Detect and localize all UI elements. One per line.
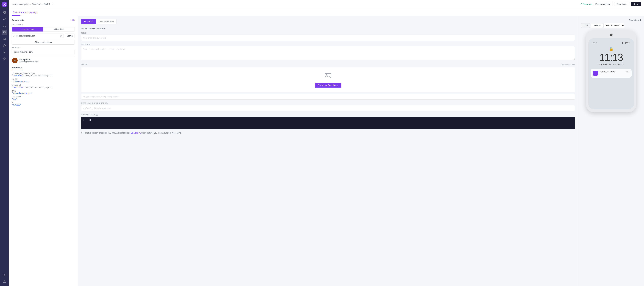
clear-email-button[interactable]: Clear email address [12, 40, 75, 45]
svg-rect-5 [3, 13, 4, 14]
sample-data-title: Sample data [12, 19, 24, 21]
message-textarea[interactable] [81, 46, 575, 60]
phone-mockup: 11:13 ▐▐▐ ≋ ▬ 🔒 11:13 Wednesday, October… [586, 30, 636, 112]
search-by-label: SEARCH BY [12, 24, 75, 26]
main-row: Sample data Hide SEARCH BY email address… [9, 16, 644, 286]
sidebar-icon-activity[interactable] [2, 49, 7, 55]
svg-point-11 [4, 275, 5, 275]
image-placeholder-icon [84, 72, 572, 81]
breadcrumb-sep-1: › [30, 3, 31, 5]
breadcrumb-workflow[interactable]: Workflow [32, 3, 40, 5]
title-field-section: TITLE [81, 32, 575, 41]
phone-time-large: 11:13 [591, 52, 632, 62]
no-errors-status: ✓ No errors [580, 3, 592, 6]
signal-icon: ▐▐▐ [622, 42, 626, 44]
message-field-section: MESSAGE [81, 43, 575, 61]
preview-tabs: iOS Android iOS Lock Screen [581, 23, 641, 28]
breadcrumb: example campaign › Workflow › Push 1 ✏ [12, 3, 54, 5]
tab-custom-payload[interactable]: Custom Payload [96, 19, 116, 24]
image-label-row: IMAGE Max file size 1 MB [81, 63, 575, 66]
characters-count: 0 [640, 19, 641, 21]
tab-content[interactable]: Content [12, 9, 20, 16]
tab-rich-push[interactable]: Rich Push [81, 19, 96, 24]
add-image-button[interactable]: Add image from library [314, 83, 342, 88]
phone-date: Wednesday, October 27 [591, 63, 632, 66]
user-avatar: P [12, 58, 18, 63]
attr-created-at: created_at "1657053571" Jul 5, 2022 at 1… [12, 84, 75, 88]
preview-view-select[interactable]: iOS Lock Screen [604, 23, 624, 28]
let-us-know-link[interactable]: Let us know [131, 132, 141, 134]
search-input[interactable] [12, 34, 64, 38]
phone-status-bar: 11:13 ▐▐▐ ≋ ▬ [591, 41, 632, 44]
add-language-label: + Add language [23, 11, 37, 14]
notif-content: YOUR APP NAME now ... [600, 71, 630, 75]
results-label: RESULTS [12, 47, 75, 48]
breadcrumb-sep-2: › [42, 3, 42, 5]
custom-data-help-icon[interactable]: ? [96, 113, 98, 116]
results-select[interactable]: person@example.com [12, 50, 75, 54]
title-label: TITLE [81, 32, 575, 34]
native-support-text: Need native support for specific iOS and… [81, 132, 575, 134]
search-help-icon[interactable]: ? [60, 35, 62, 37]
preview-tab-ios[interactable]: iOS [581, 23, 590, 28]
phone-time-small: 11:13 [592, 42, 597, 44]
custom-data-label: CUSTOM DATA ? [81, 113, 575, 116]
preview-payload-button[interactable]: Preview payload [593, 2, 613, 6]
to-devices[interactable]: All customer devices ▾ [85, 27, 105, 30]
phone-screen: 11:13 ▐▐▐ ≋ ▬ 🔒 11:13 Wednesday, October… [588, 38, 634, 109]
attr-email: email "person@example.com" [12, 90, 75, 94]
attr-id: id "8675309" [12, 101, 75, 106]
check-circle-icon: ✓ [580, 3, 582, 6]
top-bar: example campaign › Workflow › Push 1 ✏ ✓… [9, 0, 644, 8]
search-row: ⌕ ? Search [12, 34, 75, 38]
attr-first-name: first_name "cool" [12, 96, 75, 100]
deep-link-input[interactable] [81, 105, 575, 111]
sidebar-icon-messages[interactable] [2, 36, 7, 42]
svg-rect-6 [4, 13, 6, 14]
sidebar-icon-dashboard[interactable] [2, 10, 7, 16]
main-tab-row: Content + + Add language [9, 8, 644, 16]
sample-panel-header: Sample data Hide [12, 19, 75, 21]
tab-email-address[interactable]: email address [12, 27, 44, 32]
image-upload-box[interactable]: Add image from library [81, 67, 575, 92]
image-max-size: Max file size 1 MB [561, 64, 575, 66]
sidebar-icon-people[interactable] [2, 23, 7, 29]
breadcrumb-campaign[interactable]: example campaign [12, 3, 29, 5]
title-input[interactable] [81, 35, 575, 41]
send-test-button[interactable]: Send test... [614, 2, 630, 6]
hide-link[interactable]: Hide [71, 19, 75, 21]
add-language-button[interactable]: + + Add language [20, 10, 38, 16]
user-info: cool person person@example.com [20, 58, 38, 63]
notif-app-name: YOUR APP NAME [600, 71, 616, 73]
custom-data-editor[interactable]: 1 {} [81, 117, 575, 129]
svg-point-10 [4, 45, 5, 46]
tab-adding-filters[interactable]: adding filters [44, 27, 75, 32]
search-input-wrap: ⌕ ? [12, 34, 64, 38]
app-logo[interactable] [2, 2, 7, 7]
sidebar-icon-integrations[interactable] [2, 56, 7, 62]
sidebar-icon-lab[interactable] [2, 279, 7, 284]
attributes-title: Attributes [12, 66, 22, 70]
sidebar-icon-campaigns[interactable] [2, 30, 7, 35]
image-url-input[interactable] [81, 94, 575, 99]
to-label: TO [81, 28, 84, 30]
sidebar-icon-settings[interactable] [2, 272, 7, 278]
notif-header: YOUR APP NAME now [600, 71, 630, 73]
deep-link-help-icon[interactable]: ? [105, 102, 108, 104]
done-button[interactable]: Done [631, 2, 641, 6]
deep-link-label: DEEP LINK OR WEB URL ? [81, 102, 575, 104]
user-name: cool person [20, 58, 38, 61]
sidebar-icon-segments[interactable] [2, 43, 7, 49]
sidebar-icon-analytics[interactable] [2, 16, 7, 22]
preview-tab-android[interactable]: Android [591, 23, 603, 28]
chevron-down-icon: ▾ [104, 27, 105, 30]
wifi-icon: ≋ [626, 41, 628, 44]
code-line-1: 1 {} [83, 119, 573, 121]
header-actions: ✓ No errors Preview payload Send test...… [580, 2, 641, 6]
custom-data-section: CUSTOM DATA ? 1 {} [81, 113, 575, 129]
search-by-tabs: email address adding filters [12, 27, 75, 32]
plus-icon: + [21, 11, 22, 14]
search-button[interactable]: Search [64, 34, 75, 38]
notification-card: YOUR APP NAME now ... [591, 69, 632, 78]
edit-name-button[interactable]: ✏ [52, 3, 54, 5]
